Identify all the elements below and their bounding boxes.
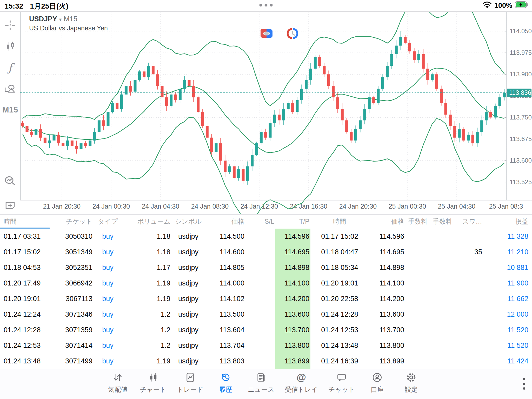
- nav-item-inbox[interactable]: @受信トレイ: [285, 372, 318, 394]
- history-row[interactable]: 01.17 03:313050310buy1.18usdjpy114.50011…: [0, 229, 532, 244]
- history-row[interactable]: 01.24 12:283071359buy1.2usdjpy113.604113…: [0, 322, 532, 338]
- chart-symbol[interactable]: USDJPY: [29, 15, 57, 23]
- cell-type: buy: [94, 295, 122, 303]
- cell-open-price: 113.803: [205, 357, 245, 365]
- cell-profit: 11 520: [483, 342, 532, 350]
- history-row[interactable]: 01.20 17:493066942buy1.19usdjpy114.00011…: [0, 275, 532, 291]
- cell-open-price: 113.500: [205, 310, 245, 318]
- history-row[interactable]: 01.17 15:023051349buy1.18usdjpy114.60011…: [0, 244, 532, 260]
- candle: [206, 126, 209, 137]
- column-header-ticket[interactable]: チケット: [51, 217, 94, 226]
- column-header-profit[interactable]: 損益: [483, 217, 532, 226]
- column-header-volume[interactable]: ボリューム: [122, 217, 171, 226]
- cell-open-time: 01.17 15:02: [0, 248, 51, 256]
- history-row[interactable]: 01.20 19:013067113buy1.19usdjpy114.10211…: [0, 291, 532, 307]
- history-row[interactable]: 01.24 12:243071346buy1.2usdjpy113.500113…: [0, 307, 532, 322]
- candle: [498, 97, 501, 106]
- positions-overlay-icon[interactable]: [260, 29, 273, 39]
- column-header-swap[interactable]: スワ…: [453, 217, 483, 226]
- cell-open-price: 114.500: [205, 232, 245, 241]
- candle: [332, 86, 335, 97]
- functions-icon[interactable]: ƒ: [0, 62, 20, 74]
- candle: [264, 132, 267, 138]
- candle: [183, 80, 186, 89]
- more-icon[interactable]: [523, 378, 525, 390]
- nav-label-quotes: 気配値: [108, 385, 128, 394]
- nav-item-chat[interactable]: チャット: [328, 372, 355, 394]
- nav-label-chart: チャート: [140, 385, 167, 394]
- cell-symbol: usdjpy: [171, 326, 205, 334]
- timeframe-button[interactable]: M15: [0, 105, 20, 115]
- indicators-icon[interactable]: [0, 41, 20, 52]
- candle: [422, 54, 425, 69]
- candle: [413, 51, 416, 60]
- column-header-tp[interactable]: T/P: [275, 218, 310, 225]
- nav-item-trade[interactable]: トレード: [177, 372, 203, 394]
- candle: [408, 43, 411, 51]
- candle: [377, 89, 380, 103]
- cell-close-time: 01.20 19:01: [310, 279, 369, 287]
- crosshair-icon[interactable]: [0, 19, 20, 31]
- candle: [381, 77, 384, 89]
- column-header-commission[interactable]: 手数料: [429, 217, 453, 226]
- cell-close-time: 01.18 04:47: [310, 248, 369, 256]
- nav-item-chart[interactable]: チャート: [140, 372, 167, 394]
- cell-close-price: 113.600: [369, 310, 405, 318]
- chart-panel[interactable]: 21 Jan 20:3024 Jan 00:3024 Jan 04:3024 J…: [0, 11, 532, 215]
- candle: [26, 126, 29, 132]
- candle: [449, 115, 452, 126]
- candle: [327, 74, 330, 86]
- column-header-open-time[interactable]: 時間: [0, 217, 51, 226]
- cell-type: buy: [94, 264, 122, 272]
- candle: [57, 135, 60, 143]
- nav-item-history[interactable]: 履歴: [214, 372, 237, 394]
- history-row[interactable]: 01.18 04:533052351buy1.17usdjpy114.80511…: [0, 260, 532, 275]
- nav-item-news[interactable]: ニュース: [248, 372, 274, 394]
- cell-volume: 1.17: [122, 264, 171, 272]
- cell-type: buy: [94, 326, 122, 334]
- candle: [116, 103, 118, 109]
- candle: [147, 66, 150, 77]
- cell-close-price: 113.700: [369, 326, 405, 334]
- candle: [404, 37, 407, 43]
- candle: [197, 97, 200, 112]
- cell-open-price: 114.805: [205, 264, 245, 272]
- cell-open-price: 113.604: [205, 326, 245, 334]
- column-header-open-price[interactable]: 価格: [205, 217, 245, 226]
- candle: [192, 86, 195, 97]
- candlestick-chart[interactable]: 21 Jan 20:3024 Jan 00:3024 Jan 04:3024 J…: [20, 12, 532, 214]
- candle: [426, 69, 429, 80]
- column-header-type[interactable]: タイプ: [94, 217, 122, 226]
- history-row[interactable]: 01.24 12:533071414buy1.2usdjpy113.704113…: [0, 338, 532, 353]
- cell-profit: 10 881: [483, 264, 532, 272]
- history-row[interactable]: 01.24 13:483071499buy1.19usdjpy113.80311…: [0, 353, 532, 369]
- battery-icon: [515, 1, 528, 10]
- candle: [309, 69, 312, 80]
- objects-icon[interactable]: [0, 83, 20, 95]
- cell-close-price: 114.898: [369, 264, 405, 272]
- nav-item-settings[interactable]: 設定: [400, 372, 423, 394]
- cell-ticket: 3071359: [51, 326, 94, 334]
- candle: [395, 46, 398, 54]
- column-header-close-time[interactable]: 時間: [310, 217, 369, 226]
- chart-preview-icon[interactable]: [0, 175, 20, 187]
- new-chart-icon[interactable]: [0, 200, 20, 211]
- candle: [53, 135, 56, 141]
- nav-item-accounts[interactable]: 口座: [365, 372, 389, 394]
- cell-volume: 1.2: [122, 326, 171, 334]
- cell-type: buy: [94, 232, 122, 241]
- candle: [467, 135, 470, 141]
- nav-item-quotes[interactable]: 気配値: [106, 372, 129, 394]
- candle: [165, 97, 168, 106]
- cell-open-time: 01.24 12:53: [0, 342, 51, 350]
- column-header-close-price[interactable]: 価格: [369, 217, 405, 226]
- chart-title-block[interactable]: USDJPY ▾ M15 US Dollar vs Japanese Yen: [29, 15, 108, 32]
- history-overlay-icon[interactable]: [287, 28, 298, 40]
- candle: [372, 97, 375, 103]
- candle: [251, 155, 254, 166]
- column-header-symbol[interactable]: シンボル: [171, 217, 205, 226]
- clock-time: 15:32: [5, 2, 23, 10]
- column-header-fee[interactable]: 手数料: [405, 217, 429, 226]
- column-header-sl[interactable]: S/L: [245, 218, 275, 225]
- history-table-header[interactable]: 時間チケットタイプボリュームシンボル価格S/LT/P時間価格手数料手数料スワ…損…: [0, 214, 532, 229]
